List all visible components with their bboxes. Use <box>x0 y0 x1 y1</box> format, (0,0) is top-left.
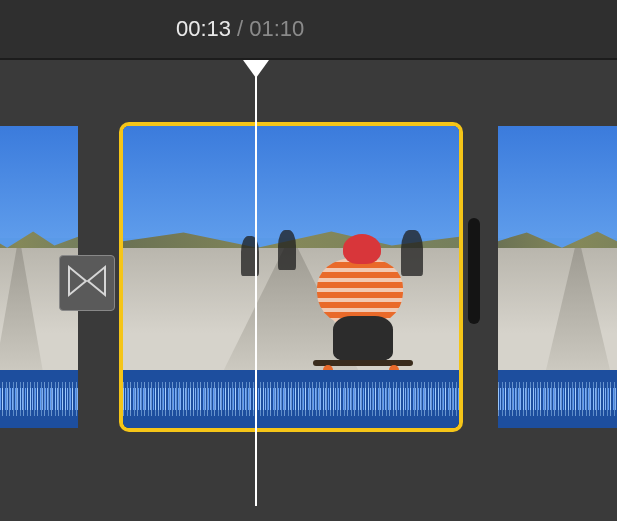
clip-thumbnail <box>0 126 78 370</box>
audio-waveform[interactable] <box>0 370 78 428</box>
crossfade-icon <box>67 261 107 305</box>
svg-marker-0 <box>69 267 86 295</box>
transition-marker[interactable] <box>59 255 115 311</box>
audio-waveform[interactable] <box>123 370 459 428</box>
total-time: 01:10 <box>249 16 304 42</box>
playhead-line[interactable] <box>255 76 257 506</box>
audio-waveform[interactable] <box>498 370 617 428</box>
timeline-clip[interactable] <box>498 126 617 428</box>
clip-thumbnail <box>123 126 459 370</box>
time-display: 00:13 / 01:10 <box>0 0 617 60</box>
clip-edge-handle[interactable] <box>468 218 480 324</box>
timeline-clip-selected[interactable] <box>123 126 459 428</box>
svg-marker-1 <box>88 267 105 295</box>
time-separator: / <box>237 16 243 42</box>
clip-thumbnail <box>498 126 617 370</box>
current-time: 00:13 <box>176 16 231 42</box>
